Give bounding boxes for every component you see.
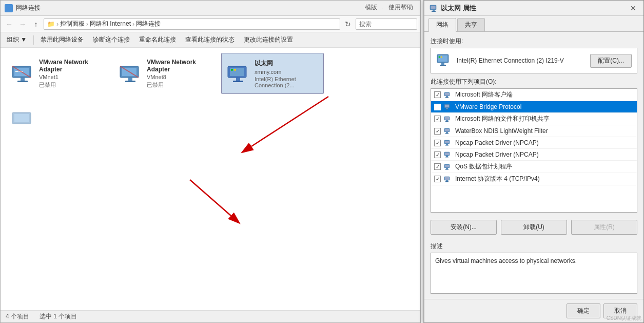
svg-rect-11: [128, 78, 132, 81]
dialog-title-text: 以太网 属性: [441, 4, 476, 13]
list-item[interactable]: Npcap Packet Driver (NPCAP): [431, 149, 637, 161]
desc-label: 描述: [431, 242, 637, 251]
configure-button[interactable]: 配置(C)...: [590, 54, 632, 68]
action-buttons: 安装(N)... 卸载(U) 属性(R): [431, 217, 637, 238]
vmnet8-icon: [118, 61, 143, 86]
item-text-2: Microsoft 网络的文件和打印机共享: [455, 115, 550, 123]
tab-bar: 网络 共享: [424, 16, 643, 32]
svg-rect-1: [9, 5, 12, 8]
path-network: 网络和 Internet: [90, 20, 131, 28]
list-item[interactable]: VMware Bridge Protocol: [431, 101, 637, 113]
card4-icon: [10, 107, 35, 132]
checkbox-6[interactable]: [434, 163, 441, 170]
checkbox-4[interactable]: [434, 140, 441, 146]
search-input[interactable]: [356, 18, 417, 30]
desc-box: Gives virtual machines access to physica…: [431, 253, 637, 294]
ethernet-subname: xmmy.com: [255, 69, 319, 75]
svg-rect-42: [445, 109, 448, 110]
list-item[interactable]: QoS 数据包计划程序: [431, 161, 637, 173]
item-icon-6: [444, 163, 452, 171]
svg-rect-2: [6, 9, 8, 11]
checkbox-0[interactable]: [434, 91, 441, 98]
checkbox-1[interactable]: [434, 104, 441, 110]
dialog-title-bar: 以太网 属性 ✕: [424, 1, 643, 16]
main-title-bar: 网络连接 — □ ✕: [1, 1, 420, 16]
back-button[interactable]: ←: [4, 18, 15, 30]
items-list[interactable]: Microsoft 网络客户端 VMware Bridge Protocol M…: [431, 88, 637, 213]
install-button[interactable]: 安装(N)...: [431, 220, 497, 235]
address-bar: ← → ↑ 📁 › 控制面板 › 网络和 Internet › 网络连接 ↻: [1, 16, 420, 32]
dialog-close-button[interactable]: ✕: [628, 3, 638, 13]
change-settings-button[interactable]: 更改此连接的设置: [240, 34, 297, 46]
properties-button[interactable]: 属性(R): [571, 220, 637, 235]
forward-button[interactable]: →: [17, 18, 28, 30]
checkbox-2[interactable]: [434, 116, 441, 122]
cards-area: VMware Network Adapter VMnet1 已禁用: [1, 48, 420, 310]
view-status-button[interactable]: 查看此连接的状态: [181, 34, 239, 46]
address-path[interactable]: 📁 › 控制面板 › 网络和 Internet › 网络连接: [44, 18, 340, 30]
svg-rect-52: [445, 141, 449, 143]
diagnose-button[interactable]: 诊断这个连接: [89, 34, 134, 46]
item-text-6: QoS 数据包计划程序: [455, 162, 512, 171]
list-item[interactable]: Npcap Packet Driver (NPCAP): [431, 137, 637, 149]
separator1: [33, 35, 34, 45]
svg-rect-31: [441, 63, 444, 65]
selected-count: 选中 1 个项目: [40, 312, 77, 321]
svg-rect-53: [446, 144, 448, 145]
ethernet-name: 以太网: [255, 59, 319, 68]
item-icon-4: [444, 139, 452, 147]
vmnet8-name: VMware Network Adapter: [147, 59, 211, 73]
template-button[interactable]: 模版: [360, 2, 382, 13]
vmnet1-icon: [10, 61, 35, 86]
dialog-content: 连接时使用: Intel(R) Ethernet Connection (2) …: [424, 32, 643, 299]
help-button[interactable]: 使用帮助: [383, 2, 418, 13]
svg-rect-16: [236, 78, 240, 81]
item-text-7: Internet 协议版本 4 (TCP/IPv4): [455, 175, 540, 183]
svg-rect-46: [445, 121, 448, 122]
tab-network[interactable]: 网络: [428, 18, 456, 32]
uninstall-button[interactable]: 卸载(U): [501, 220, 567, 235]
svg-rect-57: [446, 156, 448, 157]
up-button[interactable]: ↑: [30, 18, 42, 30]
item-icon-7: [444, 175, 452, 183]
list-item[interactable]: Microsoft 网络的文件和打印机共享: [431, 113, 637, 125]
vmnet8-info: VMware Network Adapter VMnet8 已禁用: [147, 59, 211, 89]
network-card-4[interactable]: [6, 99, 108, 140]
item-text-1: VMware Bridge Protocol: [455, 103, 521, 110]
svg-rect-38: [445, 97, 448, 98]
network-card-vmnet1[interactable]: VMware Network Adapter VMnet1 已禁用: [6, 53, 108, 94]
vmnet1-subname: VMnet1: [39, 74, 104, 80]
disable-button[interactable]: 禁用此网络设备: [36, 34, 88, 46]
list-item[interactable]: Internet 协议版本 4 (TCP/IPv4): [431, 173, 637, 185]
svg-rect-17: [233, 81, 243, 82]
main-window: 网络连接 — □ ✕ ← → ↑ 📁 › 控制面板 › 网络和 Internet…: [0, 0, 421, 323]
description-section: 描述 Gives virtual machines access to phys…: [431, 242, 637, 294]
checkbox-3[interactable]: [434, 128, 441, 135]
svg-rect-41: [446, 108, 448, 109]
ok-button[interactable]: 确定: [567, 303, 600, 318]
adapter-name: Intel(R) Ethernet Connection (2) I219-V: [457, 57, 564, 64]
organize-button[interactable]: 组织 ▼: [3, 34, 31, 46]
item-count: 4 个项目: [6, 312, 29, 321]
svg-rect-65: [446, 180, 448, 181]
tab-sharing[interactable]: 共享: [457, 18, 485, 31]
items-label: 此连接使用下列项目(O):: [431, 78, 637, 86]
window-icon: [5, 4, 13, 12]
cancel-button[interactable]: 取消: [603, 303, 637, 318]
item-text-4: Npcap Packet Driver (NPCAP): [455, 139, 539, 146]
network-card-ethernet[interactable]: 以太网 xmmy.com Intel(R) Ethernet Connectio…: [221, 53, 324, 94]
network-card-vmnet8[interactable]: VMware Network Adapter VMnet8 已禁用: [113, 53, 216, 94]
checkbox-5[interactable]: [434, 151, 441, 158]
list-item[interactable]: WaterBox NDIS LightWeight Filter: [431, 125, 637, 137]
item-icon-1: [444, 103, 452, 111]
rename-button[interactable]: 重命名此连接: [135, 34, 180, 46]
ethernet-status: Intel(R) Ethernet Connection (2...: [255, 76, 319, 88]
svg-point-34: [441, 56, 442, 58]
svg-rect-44: [445, 117, 449, 120]
checkbox-7[interactable]: [434, 176, 441, 182]
refresh-button[interactable]: ↻: [342, 18, 354, 30]
list-item[interactable]: Microsoft 网络客户端: [431, 89, 637, 101]
svg-rect-61: [446, 168, 448, 169]
status-bar: 4 个项目 选中 1 个项目: [1, 310, 420, 322]
adapter-box: Intel(R) Ethernet Connection (2) I219-V …: [431, 48, 637, 73]
